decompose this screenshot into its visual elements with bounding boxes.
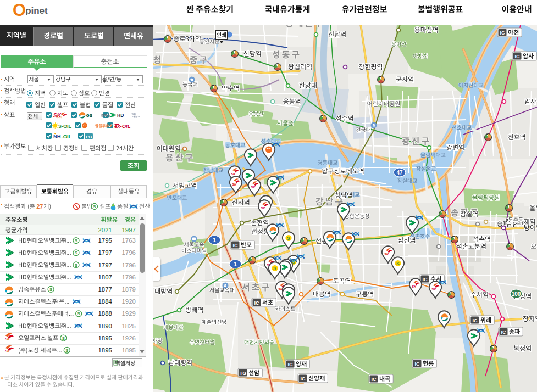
svg-text:IC: IC (288, 362, 294, 367)
svg-text:SK: SK (232, 183, 237, 186)
svg-text:PB: PB (86, 135, 92, 139)
svg-text:NH: NH (53, 133, 61, 139)
svg-text:GS: GS (86, 113, 93, 118)
svg-text:TG: TG (240, 371, 247, 376)
svg-text:IC: IC (423, 277, 428, 282)
svg-text:-OIL: -OIL (62, 133, 72, 139)
svg-text:S: S (273, 266, 276, 271)
svg-text:IC: IC (501, 329, 507, 335)
svg-text:SK: SK (412, 285, 417, 288)
svg-text:S: S (287, 236, 290, 241)
svg-text:SK: SK (251, 186, 256, 189)
svg-text:IC: IC (515, 54, 521, 59)
svg-text:47: 47 (396, 170, 403, 176)
svg-text:IC: IC (254, 300, 260, 306)
svg-text:IC: IC (233, 243, 239, 248)
svg-text:S: S (396, 261, 400, 266)
svg-text:SK: SK (53, 113, 62, 119)
svg-text:ex-OIL: ex-OIL (114, 123, 131, 129)
svg-text:SK: SK (231, 172, 236, 176)
svg-text:IC: IC (500, 30, 506, 36)
svg-text:1: 1 (234, 261, 237, 267)
svg-text:IC: IC (473, 318, 478, 323)
svg-text:IC: IC (301, 376, 306, 382)
svg-text:IC: IC (415, 361, 420, 367)
svg-text:SK: SK (384, 253, 389, 256)
svg-text:SK: SK (261, 206, 265, 210)
svg-text:SK: SK (431, 288, 436, 291)
svg-text:IC: IC (372, 377, 377, 382)
svg-text:HD: HD (117, 113, 124, 118)
svg-text:100: 100 (512, 291, 521, 297)
svg-text:S-OIL: S-OIL (58, 124, 72, 129)
svg-text:1: 1 (213, 237, 216, 243)
